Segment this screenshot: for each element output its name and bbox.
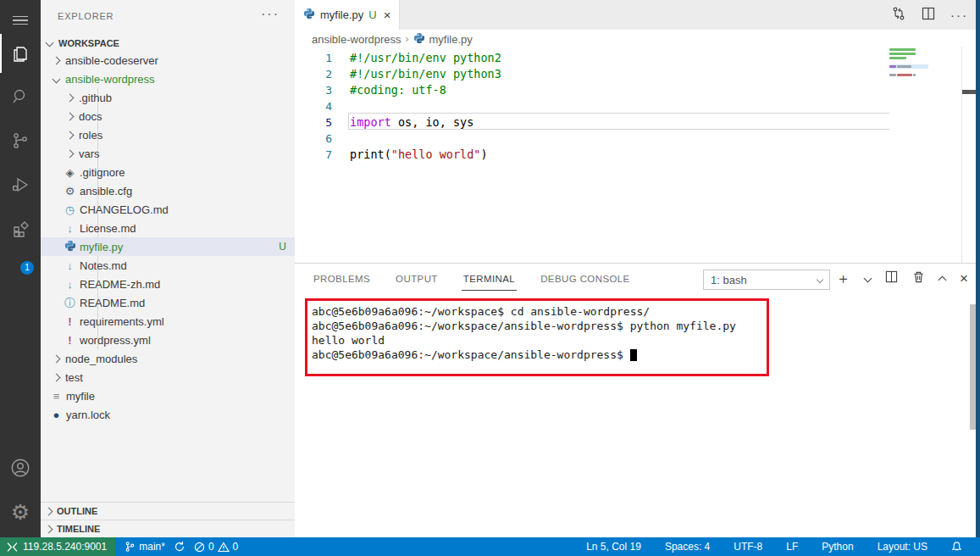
open-changes-icon[interactable] (891, 6, 906, 25)
close-panel-icon[interactable]: × (960, 271, 968, 286)
tab-git-status: U (368, 8, 376, 21)
run-debug-icon[interactable] (0, 164, 41, 205)
code-line-5: import os, io, sys (350, 114, 473, 131)
line-number: 3 (295, 82, 332, 98)
chevron-right-icon (65, 93, 74, 102)
account-icon[interactable] (0, 448, 41, 488)
tree-item-vars[interactable]: vars (41, 144, 295, 163)
keyboard-layout[interactable]: Layout: US (873, 537, 932, 556)
git-branch-item[interactable]: main* (120, 537, 169, 556)
tree-item-label: .github (79, 92, 295, 104)
editor-scrollbar-thumb[interactable] (962, 90, 977, 94)
tree-item--github[interactable]: .github (41, 88, 295, 107)
kill-terminal-trash-icon[interactable] (912, 270, 925, 286)
tree-item-changelog-md[interactable]: ◷CHANGELOG.md (41, 200, 295, 219)
tab-myfile-py[interactable]: myfile.py U × (295, 0, 400, 30)
tree-item-label: requirements.yml (80, 315, 295, 328)
extensions-icon[interactable] (0, 208, 41, 249)
timeline-section[interactable]: TIMELINE (41, 520, 295, 537)
tree-item-license-md[interactable]: ↓License.md (41, 219, 295, 237)
terminal-line-4: abc@5e6b09a6a096:~/workspace/ansible-wor… (312, 348, 637, 362)
eol-sequence[interactable]: LF (782, 537, 802, 556)
tree-item-wordpress-yml[interactable]: !wordpress.yml (41, 331, 295, 349)
sync-icon[interactable] (169, 537, 190, 556)
chevron-right-icon (52, 354, 60, 363)
markdown-icon: ↓ (63, 279, 77, 290)
tree-item-requirements-yml[interactable]: !requirements.yml (41, 312, 295, 331)
exclamation-icon: ! (63, 335, 77, 346)
outline-section[interactable]: OUTLINE (41, 502, 295, 520)
browser-scrollbar-strip[interactable] (976, 0, 980, 537)
terminal-cursor (630, 349, 637, 361)
tree-item-test[interactable]: test (41, 368, 295, 386)
settings-gear-icon[interactable]: ⚙ (0, 492, 41, 532)
python-icon (303, 8, 315, 22)
language-mode[interactable]: Python (817, 537, 857, 556)
editor-tab-bar: myfile.py U × ··· (295, 0, 980, 30)
tree-item-notes-md[interactable]: ↓Notes.md (41, 256, 295, 275)
problems-item[interactable]: 0 0 (190, 537, 242, 556)
tree-item-ansible-wordpress[interactable]: ansible-wordpress (41, 70, 295, 88)
tree-item-myfile[interactable]: ≡myfile (41, 386, 295, 405)
workspace-section-header[interactable]: WORKSPACE (41, 34, 295, 53)
tree-item-label: myfile.py (80, 241, 279, 253)
tree-item-label: ansible-codeserver (65, 54, 295, 67)
tree-item-roles[interactable]: roles (41, 125, 295, 144)
code-line-3: #coding: utf-8 (350, 82, 446, 98)
tree-item-readme-zh-md[interactable]: ↓README-zh.md (41, 275, 295, 293)
explorer-more-actions-icon[interactable]: ··· (261, 7, 280, 22)
chevron-right-icon (45, 525, 53, 533)
split-terminal-icon[interactable] (885, 270, 898, 286)
line-number: 1 (295, 50, 332, 66)
notifications-bell-icon[interactable] (947, 537, 966, 556)
tree-item-node-modules[interactable]: node_modules (41, 349, 295, 368)
branch-name: main* (139, 541, 165, 553)
tree-item-label: README-zh.md (80, 278, 295, 291)
list-icon: ≡ (49, 391, 64, 402)
tree-item--gitignore[interactable]: ◈.gitignore (41, 163, 295, 181)
tab-terminal[interactable]: TERMINAL (462, 266, 517, 291)
chevron-right-icon (52, 56, 60, 64)
sidebar-title: EXPLORER (58, 11, 114, 21)
breadcrumb-separator: › (406, 33, 409, 45)
breadcrumb-file[interactable]: myfile.py (429, 33, 473, 46)
terminal-shell-dropdown[interactable]: 1: bash (703, 270, 830, 290)
explorer-icon[interactable] (0, 34, 41, 75)
chevron-down-icon (817, 276, 823, 283)
tree-item-ansible-cfg[interactable]: ⚙ansible.cfg (41, 181, 295, 200)
vscode-window: 1 ⚙ EXPLORER ··· WORKSPACE ans (0, 0, 980, 556)
search-icon[interactable] (0, 76, 41, 117)
tree-item-label: README.md (80, 297, 295, 309)
tree-item-docs[interactable]: docs (41, 107, 295, 125)
breadcrumb: ansible-wordpress › myfile.py (295, 30, 980, 48)
tree-item-readme-md[interactable]: ⓘREADME.md (41, 293, 295, 312)
tree-item-yarn-lock[interactable]: ●yarn.lock (41, 405, 295, 424)
activity-bar: 1 ⚙ (0, 0, 41, 537)
tree-item-label: myfile (66, 390, 295, 403)
remote-indicator[interactable]: 119.28.5.240:9001 (0, 537, 115, 556)
tab-debug-console[interactable]: DEBUG CONSOLE (539, 266, 632, 290)
minimap[interactable] (889, 48, 928, 82)
tab-problems[interactable]: PROBLEMS (312, 266, 372, 290)
source-control-icon[interactable]: 1 (0, 120, 41, 161)
split-editor-icon[interactable] (922, 7, 935, 24)
python-icon (63, 240, 77, 253)
cursor-position[interactable]: Ln 5, Col 19 (582, 537, 645, 556)
indentation[interactable]: Spaces: 4 (661, 537, 714, 556)
editor-more-actions-icon[interactable]: ··· (950, 8, 968, 22)
new-terminal-icon[interactable]: ＋ (836, 271, 850, 286)
chevron-down-icon[interactable] (864, 274, 872, 282)
tab-output[interactable]: OUTPUT (394, 266, 440, 290)
line-number: 2 (295, 66, 332, 82)
terminal-line-2: abc@5e6b09a6a096:~/workspace/ansible-wor… (312, 319, 736, 333)
maximize-panel-icon[interactable] (938, 275, 947, 284)
remote-address: 119.28.5.240:9001 (23, 541, 107, 553)
tree-item-ansible-codeserver[interactable]: ansible-codeserver (41, 51, 295, 70)
encoding[interactable]: UTF-8 (729, 537, 767, 556)
bottom-panel: PROBLEMS OUTPUT TERMINAL DEBUG CONSOLE 1… (295, 263, 980, 537)
gear-icon: ⚙ (63, 186, 77, 197)
tab-close-icon[interactable]: × (384, 8, 391, 22)
exclamation-icon: ! (63, 316, 77, 327)
breadcrumb-folder[interactable]: ansible-wordpress (312, 33, 401, 46)
tree-item-myfile-py[interactable]: myfile.pyU (41, 237, 295, 256)
